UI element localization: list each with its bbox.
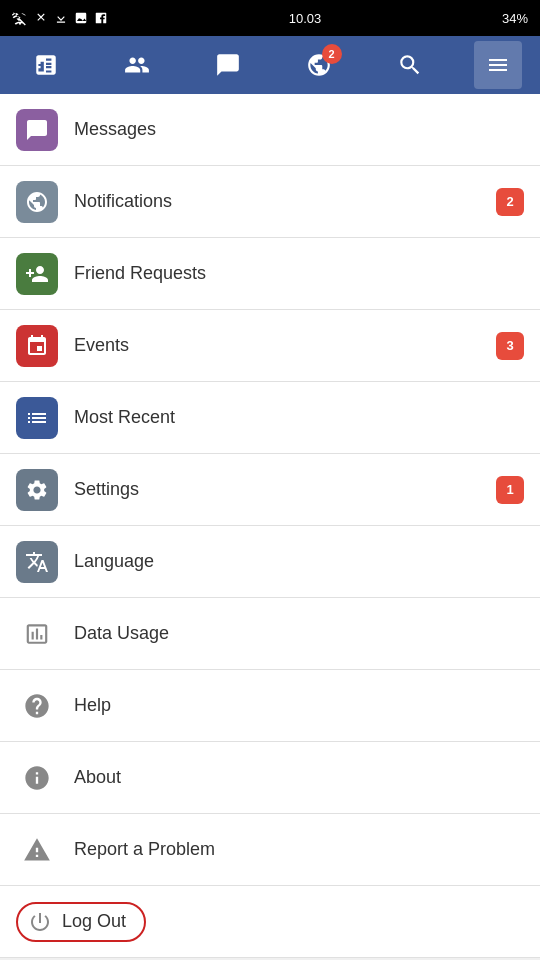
menu-item-settings[interactable]: Settings 1 [0, 454, 540, 526]
notifications-icon-bg [16, 181, 58, 223]
menu-item-friend-requests[interactable]: Friend Requests [0, 238, 540, 310]
menu-item-most-recent[interactable]: Most Recent [0, 382, 540, 454]
report-problem-label: Report a Problem [74, 839, 524, 860]
about-icon [23, 764, 51, 792]
nav-menu[interactable] [474, 41, 522, 89]
wifi-off-icon [12, 10, 28, 26]
logout-oval: Log Out [16, 902, 146, 942]
nav-notifications-badge: 2 [322, 44, 342, 64]
menu-item-report-problem[interactable]: Report a Problem [0, 814, 540, 886]
help-label: Help [74, 695, 524, 716]
status-bar: 10.03 34% [0, 0, 540, 36]
facebook-icon [94, 11, 108, 25]
notifications-label: Notifications [74, 191, 496, 212]
events-badge: 3 [496, 332, 524, 360]
most-recent-icon-bg [16, 397, 58, 439]
menu-item-events[interactable]: Events 3 [0, 310, 540, 382]
x-icon [34, 11, 48, 25]
about-icon-bg [16, 757, 58, 799]
about-label: About [74, 767, 524, 788]
friend-add-icon [25, 262, 49, 286]
nav-messages[interactable] [201, 36, 255, 94]
settings-icon [25, 478, 49, 502]
data-usage-icon [24, 621, 50, 647]
status-time: 10.03 [289, 11, 322, 26]
messages-menu-icon [25, 118, 49, 142]
logout-label: Log Out [62, 911, 126, 932]
most-recent-icon [25, 406, 49, 430]
messages-icon [215, 52, 241, 78]
image-icon [74, 11, 88, 25]
search-icon [397, 52, 423, 78]
menu-item-help[interactable]: Help [0, 670, 540, 742]
menu-item-data-usage[interactable]: Data Usage [0, 598, 540, 670]
nav-friends[interactable] [110, 36, 164, 94]
status-icons [12, 10, 108, 26]
language-icon-bg [16, 541, 58, 583]
hamburger-icon [486, 53, 510, 77]
nav-bar: 2 [0, 36, 540, 94]
newsfeed-icon [33, 52, 59, 78]
nav-newsfeed[interactable] [19, 36, 73, 94]
messages-label: Messages [74, 119, 524, 140]
power-icon [28, 910, 52, 934]
download-icon [54, 11, 68, 25]
menu-item-messages[interactable]: Messages [0, 94, 540, 166]
events-icon-bg [16, 325, 58, 367]
nav-search[interactable] [383, 36, 437, 94]
battery-status: 34% [502, 11, 528, 26]
help-icon-bg [16, 685, 58, 727]
menu-item-notifications[interactable]: Notifications 2 [0, 166, 540, 238]
settings-icon-bg [16, 469, 58, 511]
settings-badge: 1 [496, 476, 524, 504]
notifications-badge: 2 [496, 188, 524, 216]
menu-item-language[interactable]: Language [0, 526, 540, 598]
events-menu-icon [25, 334, 49, 358]
menu-list: Messages Notifications 2 Friend Requests… [0, 94, 540, 958]
messages-icon-bg [16, 109, 58, 151]
friends-icon [124, 52, 150, 78]
menu-item-logout[interactable]: Log Out [0, 886, 540, 958]
notifications-menu-icon [25, 190, 49, 214]
data-usage-icon-bg [16, 613, 58, 655]
report-icon-bg [16, 829, 58, 871]
language-label: Language [74, 551, 524, 572]
data-usage-label: Data Usage [74, 623, 524, 644]
settings-label: Settings [74, 479, 496, 500]
nav-notifications[interactable]: 2 [292, 36, 346, 94]
language-icon [25, 550, 49, 574]
most-recent-label: Most Recent [74, 407, 524, 428]
warning-icon [23, 836, 51, 864]
help-icon [23, 692, 51, 720]
events-label: Events [74, 335, 496, 356]
menu-item-about[interactable]: About [0, 742, 540, 814]
friend-requests-icon-bg [16, 253, 58, 295]
friend-requests-label: Friend Requests [74, 263, 524, 284]
